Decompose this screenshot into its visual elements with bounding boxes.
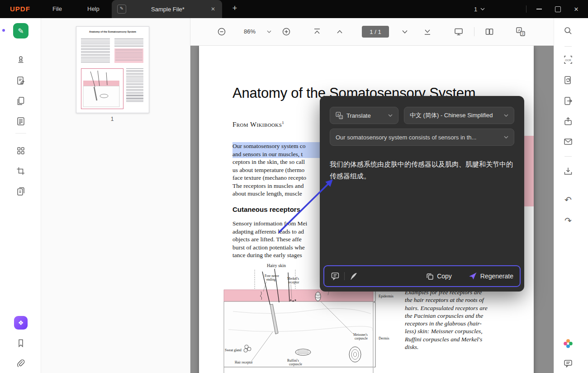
translate-mode-dropdown[interactable]: A文 Translate (330, 107, 398, 124)
regenerate-button[interactable]: Regenerate (468, 272, 513, 281)
stamp-tool-button[interactable] (15, 54, 26, 65)
attachment-button[interactable] (15, 358, 26, 369)
bookmark-icon (16, 338, 26, 348)
svg-text:文: 文 (521, 32, 524, 35)
text-line: us about temperature (thermo (232, 166, 321, 174)
reader-tool-button[interactable] (15, 116, 26, 127)
right-tool-rail: OCR ↶ ↷ (554, 18, 588, 373)
form-tool-button[interactable] (15, 145, 26, 156)
search-button[interactable] (563, 25, 574, 36)
zoom-dropdown-chevron[interactable] (267, 30, 271, 33)
paragraph-lines: ceptors in the skin, the so callus about… (232, 158, 321, 198)
maximize-icon (555, 6, 561, 12)
next-page-button[interactable] (400, 27, 410, 37)
crop-pages-button[interactable] (15, 166, 26, 177)
figure-label-ruffini: corpuscle (289, 362, 302, 366)
figure-label-hairy-skin: Hairy skin (267, 263, 286, 268)
thumbnail-text-block (114, 38, 143, 47)
convert-file-button[interactable] (563, 75, 574, 86)
paragraph-1: Our somatosensory system coand sensors i… (232, 142, 321, 198)
ocr-icon: OCR (563, 55, 573, 65)
jump-last-page-button[interactable] (422, 27, 432, 37)
undo-button[interactable]: ↶ (563, 194, 574, 205)
chat-bubble-icon (563, 359, 573, 368)
comment-action-button[interactable] (331, 272, 340, 281)
source-text-dropdown[interactable]: Our somatosensory system consists of sen… (330, 129, 514, 146)
ai-assistant-button[interactable] (563, 338, 574, 349)
page-layout-button[interactable] (484, 27, 494, 37)
text-line: about muscle length, muscle (232, 190, 321, 198)
share-icon (563, 116, 573, 126)
figure-label-hair-receptor: Hair receptor (235, 360, 253, 364)
page-thumbnail[interactable]: Anatomy of the Somatosensory System (76, 26, 149, 113)
convert-file-icon (563, 75, 573, 85)
book-pages-icon (485, 27, 494, 36)
page-indicator[interactable]: 1 / 1 (362, 26, 389, 38)
updf-app-window: UPDF File Help ✎ Sample File* ✕ + 1 ✕ ✎ (0, 0, 588, 373)
close-button[interactable]: ✕ (568, 0, 584, 18)
maximize-button[interactable] (550, 0, 566, 18)
zoom-out-icon (217, 27, 226, 36)
svg-text:文: 文 (340, 116, 342, 119)
text-line: Ruffini corpuscles and Merkel's (405, 335, 504, 343)
tab-title: Sample File* (126, 6, 209, 13)
share-button[interactable] (563, 116, 574, 127)
pink-highlight-annotation[interactable] (524, 136, 534, 206)
ai-flower-icon (563, 338, 574, 349)
thumbnail-text-block (126, 68, 143, 102)
copy-button[interactable]: Copy (426, 273, 452, 280)
save-button[interactable] (563, 166, 574, 177)
zoom-in-button[interactable] (281, 27, 291, 37)
menu-help[interactable]: Help (83, 0, 104, 18)
ai-layers-icon: ❖ (18, 319, 24, 326)
zoom-level-value[interactable]: 86% (241, 28, 259, 35)
window-switcher[interactable]: 1 (474, 0, 485, 18)
chevron-down-icon (480, 8, 485, 10)
batch-tool-button[interactable] (15, 186, 26, 197)
edit-tool-button[interactable] (15, 75, 26, 86)
viewer-toolbar: 86% 1 / 1 (190, 18, 554, 46)
selected-text-lines: Our somatosensory system coand sensors i… (232, 142, 321, 158)
paragraph-2: Sensory information from Meiadapting aff… (232, 220, 323, 259)
popup-controls-row: A文 Translate 中文 (简体) - Chinese Simplifie… (330, 107, 514, 124)
tab-close-icon[interactable]: ✕ (209, 5, 217, 13)
export-file-button[interactable] (563, 96, 574, 106)
undo-icon: ↶ (564, 196, 572, 204)
ai-translate-popup: A文 Translate 中文 (简体) - Chinese Simplifie… (320, 96, 524, 292)
thumbnail-pink-highlight (114, 48, 143, 63)
jump-first-page-button[interactable] (312, 27, 322, 37)
comment-tool-button[interactable]: ✎ (13, 23, 28, 38)
translate-document-button[interactable]: A文 (516, 27, 526, 37)
presentation-mode-button[interactable] (454, 27, 464, 37)
organize-pages-button[interactable] (15, 96, 26, 106)
margin-note: Examples for free receptors arethe hair … (405, 288, 504, 351)
new-tab-button[interactable]: + (230, 4, 240, 13)
figure-label-dermis: Dermis (379, 336, 389, 340)
text-line: hairs. Encapsulated receptors are (405, 304, 504, 312)
menu-file[interactable]: File (48, 0, 66, 18)
copy-icon (426, 273, 434, 280)
quill-action-button[interactable] (349, 272, 358, 281)
window-count: 1 (474, 6, 477, 13)
pdf-source: From Wikibooks1 (232, 120, 284, 129)
ai-assistant-tool-button[interactable]: ❖ (14, 316, 28, 330)
feedback-chat-button[interactable] (563, 358, 574, 369)
ocr-button[interactable]: OCR (563, 54, 574, 65)
redo-icon: ↷ (564, 216, 572, 225)
minimize-button[interactable] (531, 0, 547, 18)
email-button[interactable] (563, 136, 574, 147)
bookmark-button[interactable] (15, 338, 26, 349)
text-line: disks. (405, 343, 504, 351)
zoom-out-button[interactable] (217, 27, 227, 37)
chevron-down-icon (504, 136, 508, 139)
previous-page-button[interactable] (335, 27, 345, 37)
text-line: adapting afferents leads to ad (232, 228, 323, 236)
translate-doc-icon: A文 (516, 27, 526, 37)
redo-button[interactable]: ↷ (563, 215, 574, 226)
text-line: objects are lifted. These affe (232, 235, 323, 244)
edit-pdf-icon (16, 76, 26, 86)
document-tab[interactable]: ✎ Sample File* ✕ (112, 0, 222, 18)
translate-mode-label: Translate (346, 112, 371, 119)
target-language-dropdown[interactable]: 中文 (简体) - Chinese Simplified (404, 107, 514, 124)
text-line: the hair receptors at the roots of (405, 296, 504, 304)
